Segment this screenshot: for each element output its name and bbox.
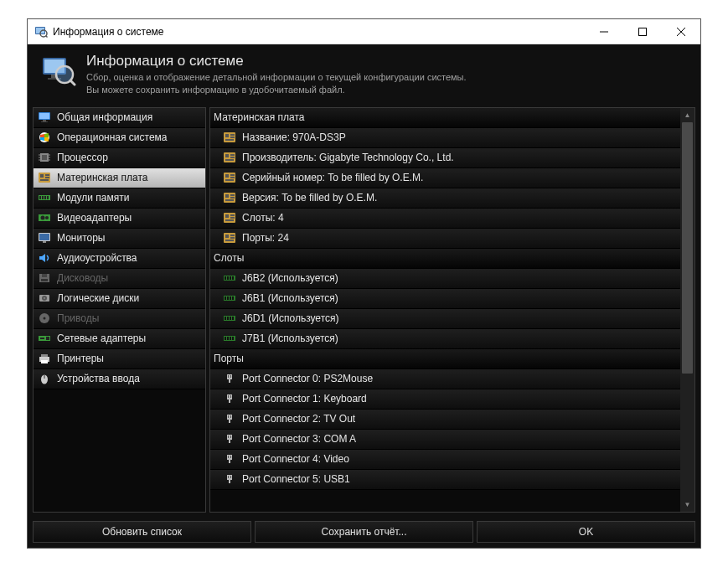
sidebar-item-memory[interactable]: Модули памяти [34, 188, 205, 209]
list-item[interactable]: Порты: 24 [210, 229, 680, 249]
scrollbar[interactable]: ▲ ▼ [680, 108, 694, 512]
svg-rect-5 [639, 28, 647, 35]
board-icon [37, 171, 52, 184]
svg-rect-76 [225, 194, 229, 198]
sidebar-item-os[interactable]: Операционная система [34, 128, 205, 148]
svg-rect-84 [225, 219, 234, 221]
sidebar-item-floppy[interactable]: Дисководы [34, 269, 205, 289]
svg-rect-67 [230, 154, 235, 156]
titlebar[interactable]: Информация о системе [28, 19, 700, 44]
save-report-button[interactable]: Сохранить отчёт... [255, 521, 473, 543]
ram-icon [37, 191, 52, 204]
svg-rect-81 [225, 214, 229, 218]
svg-rect-36 [44, 196, 46, 199]
refresh-button[interactable]: Обновить список [33, 521, 251, 543]
svg-point-40 [45, 216, 49, 219]
svg-point-39 [41, 216, 45, 220]
list-item[interactable]: Серийный номер: To be filled by O.E.M. [210, 168, 680, 188]
header-icon [39, 53, 76, 90]
port-icon [222, 392, 237, 405]
sidebar-item-general[interactable]: Общая информация [34, 108, 205, 128]
mouse-icon [37, 372, 52, 385]
list-item[interactable]: Port Connector 4: Video [210, 450, 680, 470]
list-item[interactable]: Производитель: Gigabyte Technology Co., … [210, 148, 680, 168]
list-item[interactable]: J6D1 (Используется) [210, 309, 680, 329]
printer-icon [37, 352, 52, 365]
svg-rect-88 [230, 237, 235, 239]
board-icon [222, 171, 237, 184]
svg-rect-117 [230, 436, 231, 438]
port-icon [222, 432, 237, 446]
monitor-icon [37, 111, 52, 124]
list-item-label: J6B1 (Используется) [242, 292, 338, 304]
svg-rect-114 [228, 415, 229, 418]
list-item-label: Port Connector 3: COM A [242, 433, 356, 445]
list-item[interactable]: J6B1 (Используется) [210, 289, 680, 309]
svg-rect-99 [232, 296, 234, 300]
list-item-label: Порты: 24 [242, 232, 289, 244]
list-item-label: Название: 970A-DS3P [242, 131, 346, 143]
list-item-label: J7B1 (Используется) [242, 332, 338, 344]
sidebar-item-optical[interactable]: Приводы [34, 309, 205, 329]
slot-icon [222, 291, 237, 305]
svg-rect-83 [230, 217, 235, 219]
chip-icon [37, 151, 52, 164]
list-item-label: Port Connector 4: Video [242, 453, 349, 465]
list-item[interactable]: Port Connector 0: PS2Mouse [210, 369, 680, 389]
sidebar-item-monitors[interactable]: Мониторы [34, 229, 205, 249]
sidebar-item-audio[interactable]: Аудиоустройства [34, 249, 205, 269]
svg-rect-120 [228, 476, 229, 478]
scroll-down-icon[interactable]: ▼ [680, 497, 694, 512]
svg-rect-91 [225, 276, 226, 280]
list-item[interactable]: Слоты: 4 [210, 209, 680, 229]
group-title: Слоты [214, 252, 244, 264]
window-controls [585, 19, 700, 44]
minimize-button[interactable] [585, 19, 623, 44]
scroll-thumb[interactable] [682, 122, 693, 374]
svg-rect-18 [41, 121, 48, 122]
svg-rect-43 [43, 241, 46, 243]
list-item[interactable]: Port Connector 2: TV Out [210, 410, 680, 430]
page-subtitle-1: Сбор, оценка и отображение детальной инф… [86, 71, 467, 84]
sidebar-item-printers[interactable]: Принтеры [34, 349, 205, 369]
port-icon [222, 452, 237, 466]
list-item[interactable]: Port Connector 3: COM A [210, 430, 680, 450]
list-item[interactable]: Port Connector 5: USB1 [210, 470, 680, 490]
svg-rect-106 [225, 337, 226, 340]
svg-rect-121 [230, 476, 231, 478]
list-item[interactable]: Port Connector 1: Keyboard [210, 389, 680, 410]
scroll-up-icon[interactable]: ▲ [680, 108, 694, 122]
svg-rect-46 [41, 279, 48, 281]
content-wrap: Материнская платаНазвание: 970A-DS3PПрои… [209, 107, 695, 513]
list-item[interactable]: Версия: To be filled by O.E.M. [210, 188, 680, 209]
group-header: Порты [210, 349, 680, 369]
svg-rect-98 [230, 296, 231, 300]
maximize-button[interactable] [623, 19, 662, 44]
close-button[interactable] [662, 19, 700, 44]
svg-line-3 [46, 35, 48, 37]
list-item[interactable]: J7B1 (Используется) [210, 329, 680, 349]
sidebar-item-motherboard[interactable]: Материнская плата [34, 168, 205, 188]
svg-rect-71 [225, 174, 229, 178]
sidebar-item-cpu[interactable]: Процессор [34, 148, 205, 168]
sidebar-item-input[interactable]: Устройства ввода [34, 369, 205, 389]
list-item[interactable]: Название: 970A-DS3P [210, 128, 680, 148]
sidebar-item-label: Мониторы [57, 232, 105, 244]
svg-rect-82 [230, 214, 235, 216]
list-item[interactable]: J6B2 (Используется) [210, 269, 680, 289]
sidebar-item-network[interactable]: Сетевые адаптеры [34, 329, 205, 349]
monitor2-icon [37, 231, 52, 245]
svg-rect-115 [230, 415, 231, 418]
svg-rect-102 [227, 317, 229, 320]
sidebar-item-label: Видеоадаптеры [57, 212, 132, 224]
port-icon [222, 472, 237, 486]
board-icon [222, 131, 237, 144]
sidebar-item-video[interactable]: Видеоадаптеры [34, 209, 205, 229]
svg-rect-73 [230, 177, 235, 178]
svg-rect-72 [230, 174, 235, 176]
sidebar-item-disks[interactable]: Логические диски [34, 289, 205, 309]
port-icon [222, 412, 237, 425]
svg-rect-107 [227, 337, 229, 340]
nic-icon [37, 332, 52, 345]
ok-button[interactable]: OK [477, 521, 695, 543]
